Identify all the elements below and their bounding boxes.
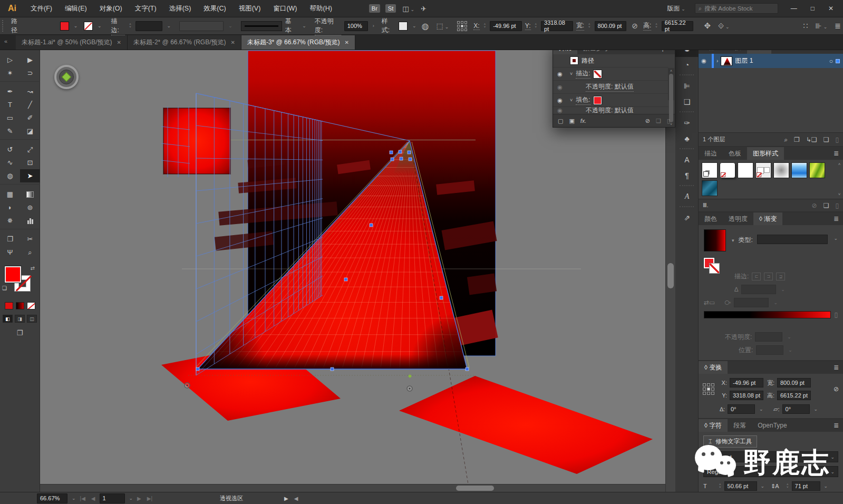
stroke-expand-icon[interactable]: ˅ xyxy=(570,71,573,76)
panel-drag-handle[interactable] xyxy=(2,20,5,32)
prev-artboard-icon[interactable]: ◀ xyxy=(90,496,97,501)
fill-proxy-swatch[interactable] xyxy=(5,266,21,283)
column-graph-tool[interactable] xyxy=(20,214,40,227)
stroke-opacity-visibility-icon[interactable]: ◉ xyxy=(553,84,567,91)
stroke-gradient-along-icon[interactable]: ⊐ xyxy=(764,273,773,280)
appearance-fill-swatch[interactable] xyxy=(594,96,602,104)
hand-tool[interactable]: Ψ xyxy=(0,246,20,259)
stroke-weight-stepper[interactable]: ˄˅ xyxy=(129,23,131,28)
paintbrush-tool[interactable]: ✐ xyxy=(20,111,40,124)
stroke-color-swatch[interactable] xyxy=(84,22,93,31)
graphic-style-swatch-blur[interactable] xyxy=(773,162,789,178)
constrain-proportions-icon[interactable]: ⊘ xyxy=(632,22,638,30)
symbol-sprayer-tool[interactable]: ✵ xyxy=(0,214,20,227)
next-artboard-icon[interactable]: ▶ xyxy=(135,496,143,501)
add-effect-icon[interactable]: fx. xyxy=(580,118,587,124)
gradient-thumbnail[interactable] xyxy=(704,229,726,251)
zoom-level-field[interactable]: 66.67% xyxy=(37,493,67,503)
draw-normal-mode[interactable]: ◧ xyxy=(3,315,13,323)
tab-close-icon[interactable]: ✕ xyxy=(117,40,121,45)
document-tab-0[interactable]: 未标题-1.ai* @ 50% (RGB/预览)✕ xyxy=(16,35,128,50)
status-collapse-icon[interactable]: ◀ xyxy=(293,496,300,501)
gpu-performance-icon[interactable]: ✈ xyxy=(421,5,427,13)
tab-color[interactable]: 颜色 xyxy=(699,212,723,225)
graphic-style-swatch-default[interactable] xyxy=(702,162,718,178)
stroke-weight-field[interactable] xyxy=(135,21,162,31)
direct-selection-tool[interactable]: ▷ xyxy=(0,53,20,66)
graphic-style-swatch-boxes[interactable] xyxy=(755,162,771,178)
fill-visibility-icon[interactable]: ◉ xyxy=(553,97,567,104)
tf-shear-field[interactable]: 0° xyxy=(782,404,810,414)
graphic-styles-scrollbar[interactable]: ˄˅ xyxy=(837,162,842,197)
swap-fill-stroke-icon[interactable]: ⇄ xyxy=(31,265,35,271)
stroke-visibility-icon[interactable]: ◉ xyxy=(553,71,567,77)
draw-behind-mode[interactable]: ◨ xyxy=(15,315,25,323)
curvature-tool[interactable]: ↝ xyxy=(20,85,40,98)
style-swatch[interactable] xyxy=(399,22,408,31)
tab-transparency[interactable]: 透明度 xyxy=(723,212,753,225)
clear-appearance-icon[interactable]: ⊘ xyxy=(645,118,650,124)
default-fill-stroke-icon[interactable]: ❏ xyxy=(2,285,7,291)
tab-swatches[interactable]: 色板 xyxy=(723,147,747,160)
pencil-tool[interactable]: ✎ xyxy=(0,124,20,138)
gradient-button[interactable] xyxy=(16,302,24,309)
tab-stroke[interactable]: 描边 xyxy=(699,147,723,160)
new-graphic-style-icon[interactable]: ❏ xyxy=(823,202,829,209)
horizontal-scroll-thumb[interactable] xyxy=(456,486,494,491)
document-tab-1[interactable]: 未标题-2* @ 66.67% (RGB/预览)✕ xyxy=(128,35,241,50)
appearance-fill-label[interactable]: 填色: xyxy=(576,95,590,105)
tf-constrain-icon[interactable]: ⊘ xyxy=(834,385,839,393)
y-field[interactable]: 3318.08 pt xyxy=(541,21,573,31)
reverse-gradient-icon[interactable]: ⇄▭ xyxy=(704,299,715,306)
appearance-scrollbar[interactable]: ˄˅ xyxy=(668,68,674,100)
appearance-stroke-label[interactable]: 描边: xyxy=(576,69,590,79)
pathfinder-panel-icon[interactable]: ❑ xyxy=(675,94,699,110)
glyphs-panel-icon[interactable]: A xyxy=(675,189,699,205)
fill-color-swatch[interactable] xyxy=(60,22,69,31)
opacity-field[interactable]: 100% xyxy=(344,21,368,31)
locate-object-icon[interactable]: ⌕ xyxy=(784,136,788,143)
graphic-styles-menu-icon[interactable]: ≣ xyxy=(834,150,843,157)
type-tool[interactable]: T xyxy=(0,98,20,111)
tab-transform[interactable]: ◊ 变换 xyxy=(699,361,728,374)
tab-close-icon[interactable]: ✕ xyxy=(231,40,235,45)
add-new-fill-icon[interactable]: ▣ xyxy=(569,118,574,124)
tab-character[interactable]: ◊ 字符 xyxy=(699,419,728,432)
graphic-style-swatch-leaf[interactable] xyxy=(809,162,825,178)
stroke-gradient-within-icon[interactable]: ⊏ xyxy=(752,273,761,280)
vertical-scroll-thumb[interactable] xyxy=(667,263,674,288)
gradient-panel-icon[interactable]: ◔ xyxy=(675,57,699,73)
none-button[interactable] xyxy=(27,302,35,309)
tab-graphic-styles[interactable]: 图形样式 xyxy=(747,147,784,160)
fill-opacity-row[interactable]: 不透明度: 默认值 xyxy=(586,107,634,114)
pen-tool[interactable]: ✒ xyxy=(0,85,20,98)
symbols-panel-icon[interactable]: ♣ xyxy=(675,131,699,147)
brushes-panel-icon[interactable]: ✑ xyxy=(675,115,699,131)
fill-expand-icon[interactable]: ˅ xyxy=(570,98,573,103)
recolor-artwork-icon[interactable]: ◍ xyxy=(422,21,429,31)
graphic-style-swatch-shadow[interactable] xyxy=(720,162,735,178)
appearance-stroke-swatch[interactable] xyxy=(594,70,602,78)
layer-expand-icon[interactable]: › xyxy=(716,58,718,64)
reference-point-grid[interactable] xyxy=(457,21,467,31)
make-mask-icon[interactable]: ❐ xyxy=(794,136,800,143)
tab-opentype[interactable]: OpenType xyxy=(752,419,792,432)
lasso-tool[interactable]: ⊃ xyxy=(20,66,40,80)
mesh-tool[interactable]: ▦ xyxy=(0,188,20,201)
rotate-tool[interactable]: ↺ xyxy=(0,143,20,156)
delete-item-icon[interactable]: ▯ xyxy=(667,118,670,124)
graphic-style-swatch-teal[interactable] xyxy=(702,180,718,196)
document-tab-2[interactable]: 未标题-3* @ 66.67% (RGB/预览)✕ xyxy=(241,35,355,50)
magic-wand-tool[interactable]: ✶ xyxy=(0,66,20,80)
tf-rotate-field[interactable]: 0° xyxy=(728,404,755,414)
control-panel-menu-icon[interactable]: ≣ xyxy=(835,22,841,30)
stop-position-field[interactable] xyxy=(756,345,783,355)
graphic-style-swatch-glossy[interactable] xyxy=(791,162,807,178)
draw-inside-mode[interactable]: ◫ xyxy=(27,315,37,323)
layer-name[interactable]: 图层 1 xyxy=(735,56,753,65)
status-expand-icon[interactable]: ▶ xyxy=(283,496,290,501)
delete-layer-icon[interactable]: ▯ xyxy=(835,136,839,143)
add-new-stroke-icon[interactable]: ▢ xyxy=(558,118,563,124)
tab-close-icon[interactable]: ✕ xyxy=(344,40,348,45)
menu-item-5[interactable]: 效果(C) xyxy=(197,4,232,13)
